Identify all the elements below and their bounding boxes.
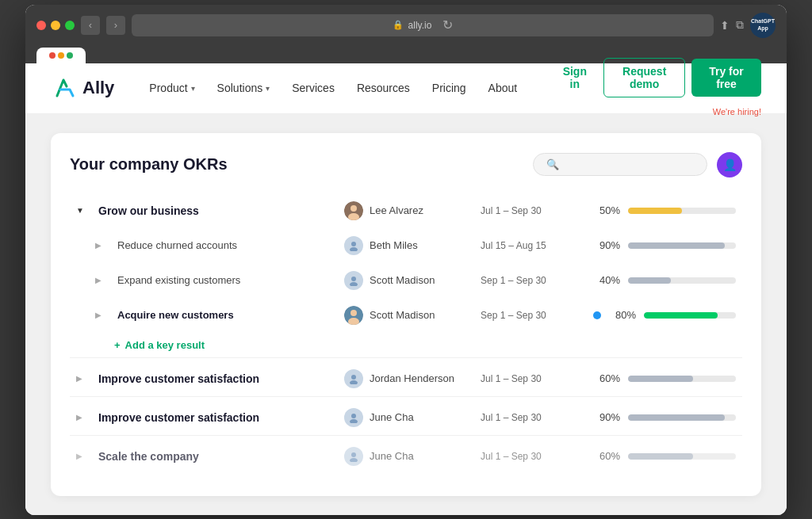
owner-avatar-scale (344, 447, 363, 466)
search-icon: 🔍 (546, 158, 559, 170)
maximize-button[interactable] (65, 21, 75, 30)
search-bar[interactable]: 🔍 (533, 153, 707, 176)
svg-point-13 (350, 419, 358, 423)
owner-name-satisfaction: Jordan Henderson (370, 372, 454, 384)
progress-grow: 50% (593, 204, 736, 216)
expand-icon-reduce[interactable]: ▶ (95, 241, 108, 250)
expand-icon[interactable]: ▼ (76, 206, 89, 215)
logo[interactable]: Ally (51, 75, 114, 101)
try-free-button[interactable]: Try for free (691, 59, 761, 97)
nav-actions: Sign in Request demo Try for free We're … (552, 58, 761, 118)
expand-icon-expand[interactable]: ▶ (95, 276, 108, 284)
okr-name-expand: Expand existing customers (117, 274, 335, 286)
progress-expand: 40% (593, 274, 736, 286)
lock-icon: 🔒 (393, 20, 404, 30)
close-button[interactable] (36, 21, 46, 30)
nav-resources[interactable]: Resources (347, 75, 419, 101)
pct-acquire: 80% (609, 309, 636, 321)
blue-dot-icon (593, 311, 601, 319)
user-icon: 👤 (723, 158, 737, 171)
okr-header-right: 🔍 👤 (533, 152, 742, 177)
okr-section-scale: ▶ Scale the company June Cha Jul 1 – Sep… (70, 439, 742, 474)
owner-avatar-reduce (344, 236, 363, 255)
progress-bar-reduce (628, 242, 736, 249)
nav-pricing[interactable]: Pricing (423, 75, 476, 101)
pct-grow: 50% (593, 204, 620, 216)
browser-controls: ‹ › 🔒 ally.io ↻ ⬆ ⧉ ChatGPT App (36, 13, 776, 38)
progress-fill-reduce (628, 242, 725, 249)
nav-resources-label: Resources (357, 82, 410, 94)
nav-links: Product ▾ Solutions ▾ Services Resources… (140, 75, 527, 101)
back-button[interactable]: ‹ (81, 16, 100, 35)
okr-name-grow: Grow our business (98, 204, 335, 217)
minimize-button[interactable] (51, 21, 60, 30)
okr-row-satisfaction2: ▶ Improve customer satisfaction June Cha… (70, 400, 742, 435)
add-key-result-button[interactable]: + Add a key result (89, 333, 742, 357)
nav-about[interactable]: About (479, 75, 527, 101)
forward-button[interactable]: › (106, 16, 125, 35)
refresh-icon[interactable]: ↻ (442, 17, 453, 32)
svg-point-14 (351, 452, 356, 457)
expand-icon-acquire[interactable]: ▶ (95, 311, 108, 319)
chatgpt-badge[interactable]: ChatGPT App (750, 13, 776, 38)
progress-fill-satisfaction2 (628, 414, 725, 421)
nav-pricing-label: Pricing (432, 82, 466, 94)
progress-bar-satisfaction (628, 376, 736, 382)
expand-icon-satisfaction[interactable]: ▶ (76, 374, 89, 383)
user-avatar[interactable]: 👤 (717, 152, 742, 177)
nav-services-label: Services (292, 82, 335, 94)
progress-fill-scale (628, 453, 693, 460)
navbar: Ally Product ▾ Solutions ▾ Services Reso… (25, 63, 787, 114)
pct-reduce: 90% (593, 239, 620, 251)
browser-chrome: ‹ › 🔒 ally.io ↻ ⬆ ⧉ ChatGPT App (25, 5, 787, 63)
date-expand: Sep 1 – Sep 30 (481, 275, 584, 286)
tab-dot-red (49, 52, 56, 59)
okr-header: Your company OKRs 🔍 👤 (70, 152, 742, 177)
pct-satisfaction: 60% (593, 372, 620, 384)
duplicate-icon[interactable]: ⧉ (736, 18, 744, 32)
tab-dot-yellow (58, 52, 64, 59)
avatar-svg-acquire (344, 306, 363, 325)
okr-section-satisfaction: ▶ Improve customer satisfaction Jordan H… (70, 361, 742, 397)
okr-name-satisfaction: Improve customer satisfaction (98, 372, 335, 385)
nav-solutions[interactable]: Solutions ▾ (208, 75, 280, 101)
okr-section-grow: ▼ Grow our business Lee Alvarez (70, 193, 742, 358)
svg-point-11 (350, 380, 358, 384)
svg-point-8 (350, 310, 357, 316)
logo-text: Ally (82, 78, 114, 98)
progress-bar-acquire (644, 312, 736, 319)
progress-fill-expand (628, 277, 671, 284)
hiring-text: We're hiring! (713, 107, 761, 116)
svg-point-15 (350, 458, 358, 462)
add-key-result-label: Add a key result (125, 339, 205, 351)
svg-point-10 (351, 375, 356, 380)
owner-avatar-satisfaction (344, 369, 363, 388)
owner-expand: Scott Madison (344, 271, 471, 290)
sign-in-button[interactable]: Sign in (552, 59, 597, 97)
nav-services[interactable]: Services (282, 75, 344, 101)
svg-point-12 (351, 414, 356, 418)
request-demo-button[interactable]: Request demo (603, 58, 685, 97)
expand-icon-satisfaction2[interactable]: ▶ (76, 413, 89, 422)
user-icon-satisfaction (348, 373, 359, 384)
user-icon-expand (348, 275, 359, 286)
progress-bar-grow (628, 208, 736, 214)
url-text: ally.io (408, 20, 432, 31)
date-satisfaction: Jul 1 – Sep 30 (481, 373, 584, 384)
address-bar[interactable]: 🔒 ally.io ↻ (132, 14, 714, 36)
okr-row-reduce: ▶ Reduce churned accounts Beth Miles Jul… (89, 228, 742, 263)
owner-name-scale: June Cha (370, 450, 414, 462)
nav-product[interactable]: Product ▾ (140, 75, 204, 101)
date-acquire: Sep 1 – Sep 30 (481, 310, 584, 321)
browser-tab[interactable] (36, 48, 86, 63)
expand-icon-scale[interactable]: ▶ (76, 452, 89, 460)
avatar-svg (344, 201, 363, 220)
browser-actions: ⬆ ⧉ ChatGPT App (720, 13, 776, 38)
okr-row-scale: ▶ Scale the company June Cha Jul 1 – Sep… (70, 439, 742, 474)
progress-bar-scale (628, 453, 736, 460)
progress-scale: 60% (593, 450, 736, 462)
okr-card: Your company OKRs 🔍 👤 ▼ Grow our (51, 133, 761, 496)
share-icon[interactable]: ⬆ (720, 19, 730, 32)
okr-row-expand: ▶ Expand existing customers Scott Madiso… (89, 263, 742, 298)
svg-point-6 (350, 282, 358, 286)
